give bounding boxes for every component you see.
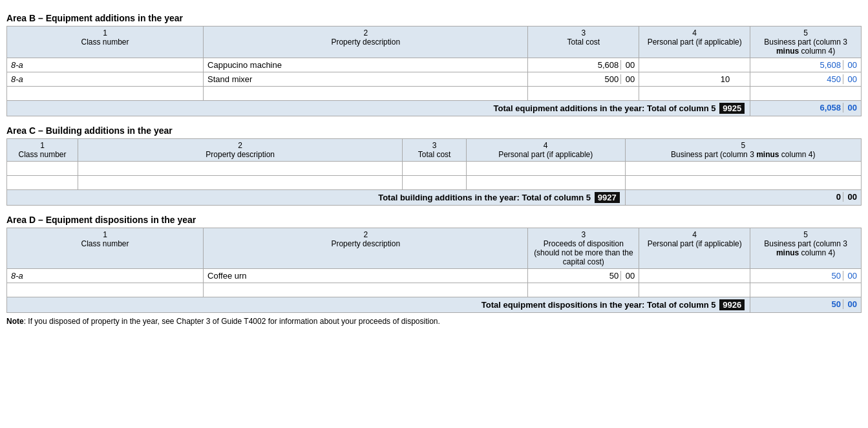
area-d-row-1: 8-a Coffee urn 50 00 50 xyxy=(7,269,862,283)
area-d-col5-label: Business part (column 3 minus column 4) xyxy=(764,239,847,257)
area-b-row1-col5: 5,608 00 xyxy=(750,58,862,72)
area-c-e2-col2 xyxy=(78,176,403,190)
area-d-empty-col1 xyxy=(7,283,204,297)
area-c-col1-header: 1Class number xyxy=(7,139,78,162)
area-c-e2-col1 xyxy=(7,176,78,190)
area-c-title: Area C – Building additions in the year xyxy=(6,125,862,136)
area-d-total-label: Total equipment dispositions in the year… xyxy=(7,297,750,313)
area-c-col4-label: Personal part (if applicable) xyxy=(498,150,593,159)
area-b-row-2: 8-a Stand mixer 500 00 10 450 xyxy=(7,72,862,87)
area-c-total-cents: 00 xyxy=(843,192,857,202)
area-b-row1-col4 xyxy=(639,58,750,72)
area-b-row2-col3: 500 00 xyxy=(528,72,639,87)
area-b-total-row: Total equipment additions in the year: T… xyxy=(7,101,862,116)
area-b-row1-col3-cents: 00 xyxy=(620,60,635,70)
area-c-total-main: 0 xyxy=(836,192,843,202)
area-d-empty-col4 xyxy=(639,283,750,297)
area-d-row1-col3-cents: 00 xyxy=(620,271,635,281)
area-c-col5-header: 5Business part (column 3 minus column 4) xyxy=(625,139,861,162)
area-b-row2-col5: 450 00 xyxy=(750,72,862,87)
area-b-row1-col5-val: 5,608 xyxy=(820,60,843,70)
area-b-col4-header: 4Personal part (if applicable) xyxy=(639,27,750,58)
area-b-row2-col5-val: 450 xyxy=(827,74,843,84)
area-d-empty-row xyxy=(7,283,862,297)
area-d-total-main: 50 xyxy=(832,299,843,309)
area-d-col3-label: Proceeds of disposition (should not be m… xyxy=(534,239,633,266)
area-b-col1-header: 1Class number xyxy=(7,27,204,58)
area-d-empty-col2 xyxy=(204,283,528,297)
area-d-row1-col3: 50 00 xyxy=(528,269,639,283)
area-c-e2-col4 xyxy=(466,176,625,190)
area-c-e1-col4 xyxy=(466,162,625,176)
area-d-row1-col5-cents: 00 xyxy=(843,271,857,281)
area-c-e2-col5 xyxy=(625,176,861,190)
area-d-col2-header: 2Property description xyxy=(204,228,528,269)
area-b-table: 1Class number 2Property description 3Tot… xyxy=(6,26,862,116)
area-b-total-value: 6,058 00 xyxy=(750,101,862,116)
area-b-row2-col5-cents: 00 xyxy=(843,74,857,84)
area-d-col1-header: 1Class number xyxy=(7,228,204,269)
area-d-col3-header: 3Proceeds of disposition (should not be … xyxy=(528,228,639,269)
area-d-row1-col5-val: 50 xyxy=(832,271,843,281)
area-c-header: 1Class number 2Property description 3Tot… xyxy=(7,139,862,162)
area-b-row2-col2: Stand mixer xyxy=(204,72,528,87)
area-c-e1-col3 xyxy=(403,162,466,176)
area-b-col2-header: 2Property description xyxy=(204,27,528,58)
area-b-col5-label: Business part (column 3 minus column 4) xyxy=(764,37,847,56)
area-b-total-label: Total equipment additions in the year: T… xyxy=(7,101,750,116)
area-b-col4-label: Personal part (if applicable) xyxy=(648,37,742,47)
area-d-total-value: 50 00 xyxy=(750,297,862,313)
area-c-col3-label: Total cost xyxy=(418,150,451,159)
area-d-row1-col5: 50 00 xyxy=(750,269,862,283)
area-d-table: 1Class number 2Property description 3Pro… xyxy=(6,228,862,313)
area-d-field-code: 9926 xyxy=(719,299,745,310)
area-b-empty-col4 xyxy=(639,87,750,101)
area-c-total-value: 0 00 xyxy=(625,190,861,206)
area-b-field-code: 9925 xyxy=(719,103,745,114)
area-b-row1-col5-cents: 00 xyxy=(843,60,857,70)
area-b-col2-label: Property description xyxy=(331,37,400,47)
area-d-col4-label: Personal part (if applicable) xyxy=(648,239,742,248)
note-text: Note: If you disposed of property in the… xyxy=(6,317,862,326)
area-b-row2-col1: 8-a xyxy=(7,72,204,87)
area-b-title: Area B – Equipment additions in the year xyxy=(6,13,862,23)
area-c-e1-col1 xyxy=(7,162,78,176)
area-c-col3-header: 3Total cost xyxy=(403,139,466,162)
area-c-e1-col5 xyxy=(625,162,861,176)
area-b-empty-col3 xyxy=(528,87,639,101)
area-d-title: Area D – Equipment dispositions in the y… xyxy=(6,215,862,225)
area-b-row2-col4-val: 10 xyxy=(721,74,732,84)
area-c-field-code: 9927 xyxy=(595,192,620,203)
area-c-col2-label: Property description xyxy=(206,150,275,159)
area-c-total-label: Total building additions in the year: To… xyxy=(7,190,626,206)
area-d-header: 1Class number 2Property description 3Pro… xyxy=(7,228,862,269)
area-d-row1-col2: Coffee urn xyxy=(204,269,528,283)
area-b-empty-row xyxy=(7,87,862,101)
area-c-e1-col2 xyxy=(78,162,403,176)
area-b-empty-col5 xyxy=(750,87,862,101)
area-d-col5-header: 5Business part (column 3 minus column 4) xyxy=(750,228,862,269)
area-b-empty-col2 xyxy=(204,87,528,101)
area-d-row1-col4 xyxy=(639,269,750,283)
area-b-row1-col1: 8-a xyxy=(7,58,204,72)
area-c-col1-label: Class number xyxy=(18,150,66,159)
area-b-row1-col3: 5,608 00 xyxy=(528,58,639,72)
area-c-empty-row-1 xyxy=(7,162,862,176)
area-b-row2-col4: 10 xyxy=(639,72,750,87)
area-c-e2-col3 xyxy=(403,176,466,190)
area-c-col5-label: Business part (column 3 minus column 4) xyxy=(671,150,815,159)
area-c-table: 1Class number 2Property description 3Tot… xyxy=(6,138,862,206)
area-b-empty-col1 xyxy=(7,87,204,101)
area-b-col3-header: 3Total cost xyxy=(528,27,639,58)
area-b-row2-col3-cents: 00 xyxy=(620,74,635,84)
area-c-empty-row-2 xyxy=(7,176,862,190)
area-b-col1-label: Class number xyxy=(81,37,129,47)
area-d-col4-header: 4Personal part (if applicable) xyxy=(639,228,750,269)
area-c-col4-header: 4Personal part (if applicable) xyxy=(466,139,625,162)
area-b-header: 1Class number 2Property description 3Tot… xyxy=(7,27,862,58)
area-d-col1-label: Class number xyxy=(81,239,129,248)
area-d-total-row: Total equipment dispositions in the year… xyxy=(7,297,862,313)
area-d-col2-label: Property description xyxy=(331,239,400,248)
area-d-total-cents: 00 xyxy=(843,299,857,309)
area-b-row1-col2: Cappucino machine xyxy=(204,58,528,72)
